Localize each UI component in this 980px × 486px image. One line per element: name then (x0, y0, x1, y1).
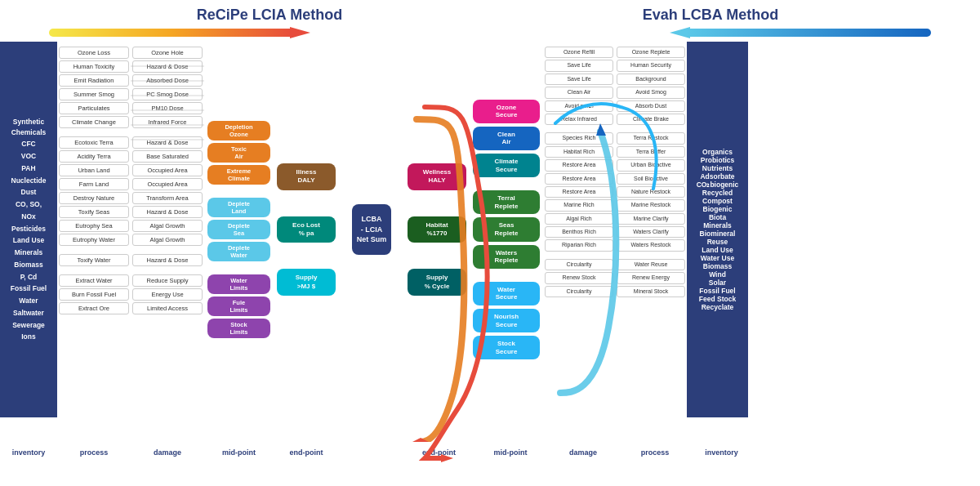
r-process-box: Mineral Stock (617, 286, 685, 297)
damage-box: Energy Use (132, 288, 203, 301)
r-damage-box: Ozone Refill (545, 47, 613, 58)
right-inv-item: CO₂biogenic (688, 181, 746, 189)
endpoint-supply-cycle: Supply% Cycle (408, 269, 466, 296)
diagram: SyntheticChemicals CFC VOC PAH Nuclectid… (0, 42, 980, 442)
left-midpoint-col: DepletionOzone ToxicAir ExtremeClimate D… (204, 42, 274, 417)
label-damage-right: damage (547, 448, 619, 457)
right-inv-item: Biogenic (688, 205, 746, 213)
right-endpoint-col: WellnessHALY Habitat%1770 Supply% Cycle (404, 42, 470, 417)
midpoint-toxic-air: ToxicAir (207, 143, 270, 163)
right-inventory-col: Organics Probiotics Nutrients Adsorbate … (687, 42, 748, 417)
damage-box: Hazard & Dose (132, 136, 203, 149)
process-box: Ozone Loss (59, 47, 129, 59)
midpoint-extreme-climate: ExtremeClimate (207, 165, 270, 185)
r-process-box: Water Reuse (617, 259, 685, 270)
left-inv-item: SyntheticChemicals (2, 116, 56, 139)
midpoint-water-limits: WaterLimits (207, 274, 270, 294)
svg-marker-11 (412, 438, 429, 442)
right-inv-item: Minerals (688, 221, 746, 230)
damage-box: Occupied Area (132, 178, 203, 190)
damage-box: Hazard & Dose (132, 254, 203, 266)
r-damage-box: Marine Rich (545, 199, 613, 211)
r-process-box: Waters Restock (617, 239, 685, 251)
rmp-waters-replete: WatersReplete (473, 245, 540, 269)
main-container: ReCiPe LCIA Method Evah LCBA Method (0, 0, 980, 486)
midpoint-deplete-land: DepleteLand (207, 198, 270, 217)
r-damage-box: Circularity (545, 286, 613, 297)
process-box: Toxify Seas (59, 206, 129, 218)
r-process-box: Avoid Smog (617, 87, 685, 98)
left-inv-item: PAH (2, 163, 56, 175)
right-inv-item: Reuse (688, 238, 746, 246)
process-box: Extract Ore (59, 302, 129, 314)
midpoint-depletion-ozone: DepletionOzone (207, 121, 270, 140)
bottom-labels: inventory process damage mid-point end-p… (0, 442, 980, 462)
r-process-box: Human Security (617, 60, 685, 71)
process-box: Burn Fossil Fuel (59, 288, 129, 301)
r-damage-box: Relax Infrared (545, 114, 613, 125)
left-process-col: Ozone Loss Human Toxicity Emit Radiation… (57, 42, 131, 417)
process-box: Farm Land (59, 178, 129, 190)
damage-box: Transform Area (132, 192, 203, 204)
rmp-climate-secure: ClimateSecure (473, 154, 540, 177)
rmp-seas-replete: SeasReplete (473, 217, 540, 241)
right-inv-item: Fossil Fuel (688, 287, 746, 295)
process-box: Summer Smog (59, 88, 129, 100)
rmp-terral-replete: TerralReplete (473, 190, 540, 214)
r-damage-box: Restore Area (545, 159, 613, 171)
right-inv-item: Recycled (688, 189, 746, 197)
process-box: Emit Radiation (59, 74, 129, 87)
left-inv-item: Fossil Fuel (2, 283, 56, 295)
right-inv-item: Adsorbate (688, 172, 746, 181)
midpoint-stock-limits: StockLimits (207, 319, 270, 338)
process-box: Climate Change (59, 116, 129, 128)
r-process-box: Soil Bioactive (617, 173, 685, 185)
r-process-box: Terra Restock (617, 132, 685, 144)
midpoint-deplete-sea: DepleteSea (207, 220, 270, 239)
label-midpoint-left: mid-point (204, 448, 274, 457)
r-damage-box: Algal Rich (545, 213, 613, 225)
rmp-water-secure: WaterSecure (473, 282, 540, 305)
r-damage-box: Species Rich (545, 132, 613, 144)
right-process-col: Ozone Replete Human Security Background … (615, 42, 687, 417)
process-box: Destroy Nature (59, 192, 129, 204)
left-inv-item: Biomass (2, 259, 56, 271)
r-process-box: Climate Brake (617, 114, 685, 125)
left-inv-item: Ions (2, 331, 56, 343)
left-inv-item: Dust (2, 186, 56, 198)
damage-box: Occupied Area (132, 164, 203, 176)
process-box-toxify-water: Toxify Water (59, 254, 129, 266)
r-process-box: Background (617, 74, 685, 85)
right-midpoint-col: OzoneSecure CleanAir ClimateSecure Terra… (470, 42, 543, 417)
lcba-net-sum-box: LCBA- LCIANet Sum (352, 204, 392, 255)
rmp-stock-secure: StockSecure (473, 336, 540, 359)
process-box: Urban Land (59, 164, 129, 176)
r-process-box: Nature Restock (617, 186, 685, 198)
right-inv-item: Recyclate (688, 303, 746, 311)
r-damage-box: Habitat Rich (545, 146, 613, 158)
r-process-box: Urban Bioactive (617, 159, 685, 171)
left-inv-item: Nuclectide (2, 175, 56, 187)
right-inv-item: Biomass (688, 262, 746, 270)
left-inv-item: Sewerage (2, 319, 56, 332)
label-midpoint-right: mid-point (474, 448, 547, 457)
label-inventory-left: inventory (0, 448, 57, 457)
damage-box: Ozone Hole (132, 47, 203, 59)
damage-box: Hazard & Dose (132, 206, 203, 218)
label-damage-left: damage (131, 448, 204, 457)
r-damage-box: Save Life (545, 74, 613, 85)
damage-box: Algal Growth (132, 234, 203, 246)
damage-box: Limited Access (132, 302, 203, 314)
r-damage-box: Benthos Rich (545, 226, 613, 238)
right-damage-col: Ozone Refill Save Life Save Life Clean A… (543, 42, 615, 417)
left-inv-item: VOC (2, 150, 56, 163)
process-box: Eutrophy Water (59, 234, 129, 246)
label-process-left: process (57, 448, 131, 457)
label-endpoint-right: end-point (404, 448, 474, 457)
damage-box: Absorbed Dose (132, 74, 203, 87)
right-inv-item: Wind (688, 270, 746, 279)
rmp-ozone-secure: OzoneSecure (473, 100, 540, 123)
r-damage-box: Circularity (545, 259, 613, 270)
right-inv-item: Biota (688, 213, 746, 221)
left-damage-col: Ozone Hole Hazard & Dose Absorbed Dose P… (131, 42, 204, 417)
